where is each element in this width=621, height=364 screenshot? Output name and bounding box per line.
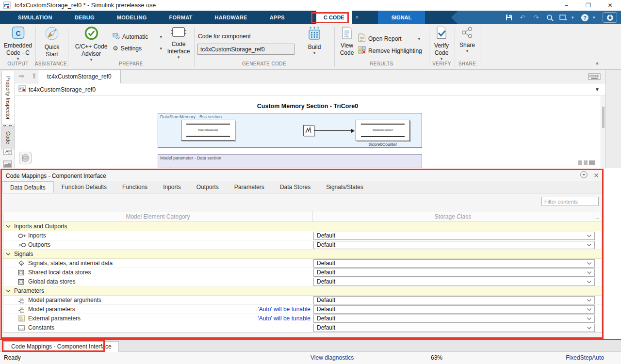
up-icon[interactable]: ⬆ [31,72,37,80]
tab-property-inspector[interactable]: Property Inspector [1,71,15,125]
storage-class-dropdown[interactable]: Default [313,278,595,286]
table-row-inports[interactable]: InportsDefault [3,231,602,240]
storage-class-dropdown[interactable]: Default [313,241,595,249]
verify-code-button[interactable]: Verify Code ▾ [430,26,453,61]
mappings-tab-signals-states[interactable]: Signals/States [318,181,371,193]
column-header-category[interactable]: Model Element Category [3,211,313,222]
signal-wire[interactable] [314,130,354,131]
group-label: Parameters [14,287,44,294]
help-icon[interactable]: ? [579,13,590,22]
settings-button[interactable]: ⚙ Settings ▾ [113,45,162,52]
close-icon[interactable]: ✕ [599,0,621,11]
data-section-area[interactable]: Model parameter - Data section [158,154,422,168]
breadcrumb-caret-icon[interactable]: ▼ [595,87,600,92]
redo-icon[interactable]: ↷ [531,13,541,22]
data-store-memory-block[interactable]: tricore0Counter [181,120,235,141]
menu-tab-modeling[interactable]: MODELING [106,11,158,24]
table-row-model-parameter-arguments[interactable]: [0]Model parameter argumentsDefault [3,296,602,305]
group-row-inports-and-outports[interactable]: Inports and Outports [3,222,602,231]
table-row-model-parameters[interactable]: [0]Model parameters'Auto' will be tunabl… [3,305,602,314]
panel-minimize-icon[interactable] [580,171,588,180]
storage-class-dropdown[interactable]: Default [313,315,595,323]
save-icon[interactable] [504,13,514,22]
menu-tab-apps[interactable]: APPS [259,11,296,24]
maximize-icon[interactable]: ❐ [577,0,599,11]
storage-class-dropdown[interactable]: Default [313,269,595,277]
quick-start-button[interactable]: Quick Start [37,26,67,58]
help-caret-icon[interactable]: ▾ [593,15,598,20]
mappings-tab-outports[interactable]: Outports [189,181,227,193]
target-icon[interactable] [603,12,617,23]
collapse-chevron-icon[interactable] [6,225,12,228]
mappings-tab-parameters[interactable]: Parameters [227,181,272,193]
minimize-icon[interactable]: – [556,0,577,11]
storage-class-dropdown[interactable]: Default [313,305,595,314]
storage-class-dropdown[interactable]: Default [313,324,595,332]
signal-source-block[interactable] [303,125,314,136]
category-cell: Global data stores [3,277,313,286]
remove-highlighting-button[interactable]: Remove Highlighting [358,46,426,55]
data-store-write-block[interactable]: tricore0Counter [356,120,410,141]
tab-signal[interactable]: SIGNAL [378,11,425,24]
collapse-chevron-icon[interactable] [6,289,12,292]
filter-contents-input[interactable] [541,197,599,206]
solver-name[interactable]: FixedStepAuto [566,354,604,361]
canvas-view-mode-icons[interactable] [578,160,595,165]
bottom-tab-code-mappings[interactable]: Code Mappings - Component Interface [4,341,119,352]
model-canvas[interactable]: Custom Memory Section - TriCore0 DataSto… [15,96,601,168]
svg-text:C: C [16,30,20,37]
menu-tab-debug[interactable]: DEBUG [64,11,106,24]
panel-close-icon[interactable]: ✕ [593,172,599,179]
group-row-parameters[interactable]: Parameters [3,286,602,296]
open-report-button[interactable]: Open Report ▾ [358,33,420,44]
view-code-button[interactable]: View Code [337,27,357,57]
menu-tab-simulation[interactable]: SIMULATION [7,11,64,24]
tab-code[interactable]: Code [1,126,15,149]
document-tab[interactable]: tc4xCustomStorage_ref0 [38,70,121,83]
search-icon[interactable] [544,13,555,22]
table-row-global-data-stores[interactable]: Global data storesDefault [3,277,602,286]
table-row-shared-local-data-stores[interactable]: Shared local data storesDefault [3,268,602,277]
collapse-chevron-icon[interactable] [6,253,12,255]
column-header-storage-class[interactable]: Storage Class [313,211,593,222]
group-row-signals[interactable]: Signals [3,250,602,259]
mappings-tab-data-stores[interactable]: Data Stores [272,181,318,193]
forward-icon[interactable]: ➡ [18,72,25,80]
menu-tab-hardware[interactable]: HARDWARE [204,11,259,24]
column-options-button[interactable]: ... [593,211,602,222]
automatic-button[interactable]: A Automatic ▾ [113,32,162,41]
table-row-outports[interactable]: OutportsDefault [3,240,602,250]
quick-start-label: Quick Start [41,44,63,58]
undo-icon[interactable]: ↶ [517,13,528,22]
storage-class-dropdown[interactable]: Default [313,259,595,268]
image-icon[interactable] [2,159,13,169]
mappings-tab-data-defaults[interactable]: Data Defaults [2,181,54,193]
storage-class-dropdown[interactable]: Default [313,232,595,240]
component-input[interactable] [197,44,294,55]
build-button[interactable]: + + + Build ▾ [302,26,327,55]
embedded-code-button[interactable]: C Embedded Code - C ▾ [1,26,35,61]
capture-icon[interactable] [558,13,569,22]
data-store-palette-button[interactable] [19,152,32,164]
table-row-external-parameters[interactable]: [0]o|oExternal parameters'Auto' will be … [3,314,602,323]
mappings-tab-functions[interactable]: Functions [114,181,155,193]
storage-class-dropdown[interactable]: Default [313,296,595,304]
canvas-scrollbar[interactable] [601,96,605,168]
view-diagnostics-link[interactable]: View diagnostics [310,354,354,361]
tab-c-code[interactable]: C CODE [316,11,352,24]
capture-caret-icon[interactable]: ▾ [572,15,576,20]
table-row-constants[interactable]: ConstantsDefault [3,323,602,332]
ribbon-collapse-icon[interactable]: ▲ [595,60,600,65]
row-label: Inports [28,232,46,239]
table-row-signals-states-and-internal-data[interactable]: xSignals, states, and internal dataDefau… [3,259,602,268]
keyboard-icon[interactable] [588,73,601,81]
breadcrumb[interactable]: tc4xCustomStorage_ref0 ▼ [15,83,605,96]
share-icon [461,26,474,40]
share-button[interactable]: Share ▾ [456,26,478,53]
c-code-tab-close-icon[interactable]: × [352,11,362,24]
mappings-tab-function-defaults[interactable]: Function Defaults [54,181,114,193]
menu-tab-format[interactable]: FORMAT [158,11,204,24]
code-advisor-button[interactable]: C/C++ Code Advisor ▾ [71,26,112,62]
code-interface-button[interactable]: Code Interface ▾ [164,26,193,59]
mappings-tab-inports[interactable]: Inports [155,181,189,193]
